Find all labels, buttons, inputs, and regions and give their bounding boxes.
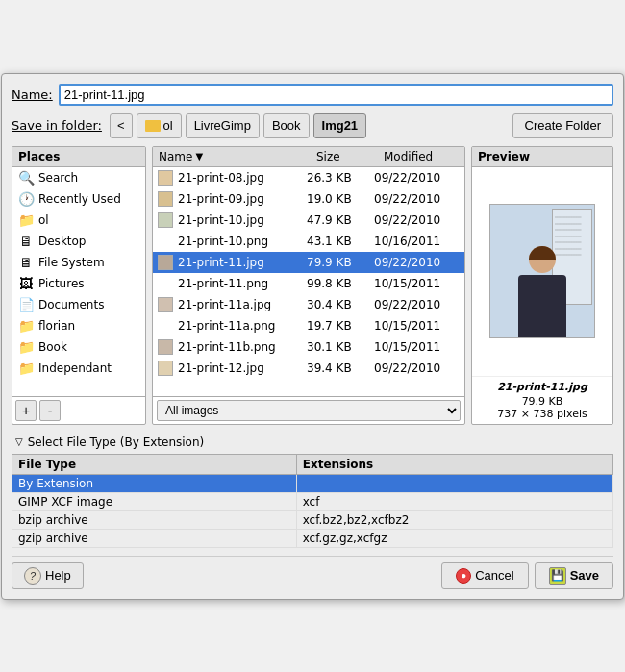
file-thumb <box>157 275 174 292</box>
file-thumb <box>157 317 174 335</box>
preview-header: Preview <box>472 147 612 167</box>
name-column-header[interactable]: Name ▼ <box>153 147 311 166</box>
save-icon: 💾 <box>549 567 566 585</box>
files-list: 21-print-08.jpg 26.3 KB 09/22/2010 21-pr… <box>153 167 464 396</box>
preview-panel: Preview ________________________________… <box>471 146 613 425</box>
file-thumb <box>157 212 174 229</box>
files-footer: All images JPEG PNG GIF <box>153 396 464 424</box>
file-thumb <box>157 360 174 377</box>
extensions-col-header: Extensions <box>296 454 612 474</box>
places-list: 🔍 Search 🕐 Recently Used 📁 ol 🖥 Desktop … <box>12 167 145 396</box>
recently-used-icon: 🕐 <box>18 191 34 207</box>
breadcrumb-ol[interactable]: ol <box>137 113 182 138</box>
place-item-independant[interactable]: 📁 Independant <box>12 358 145 379</box>
folder-icon: 📁 <box>18 212 34 228</box>
create-folder-button[interactable]: Create Folder <box>512 113 613 138</box>
place-item-florian[interactable]: 📁 florian <box>12 315 145 336</box>
place-item-desktop[interactable]: 🖥 Desktop <box>12 231 145 252</box>
breadcrumb-book[interactable]: Book <box>263 113 310 138</box>
remove-place-button[interactable]: - <box>39 400 61 421</box>
file-thumb <box>157 233 174 250</box>
files-panel: Name ▼ Size Modified 21-print-08.jpg 26.… <box>152 146 465 425</box>
file-thumb <box>157 296 174 313</box>
folder-row: Save in folder: < ol LivreGimp Book Img2… <box>12 113 613 138</box>
places-actions: + - <box>12 396 145 424</box>
preview-filename: 21-print-11.jpg <box>478 381 607 393</box>
place-item-pictures[interactable]: 🖼 Pictures <box>12 273 145 294</box>
place-item-filesystem[interactable]: 🖥 File System <box>12 252 145 273</box>
preview-filesize: 79.9 KB <box>478 395 607 408</box>
back-button[interactable]: < <box>110 113 133 138</box>
help-button[interactable]: ? Help <box>12 562 84 589</box>
file-thumb <box>157 190 174 208</box>
add-place-button[interactable]: + <box>15 400 37 421</box>
filetype-col-header: File Type <box>12 454 297 474</box>
place-item-book[interactable]: 📁 Book <box>12 336 145 358</box>
florian-icon: 📁 <box>18 318 34 334</box>
place-item-recently-used[interactable]: 🕐 Recently Used <box>12 188 145 210</box>
toggle-arrow-icon: ▽ <box>15 436 23 447</box>
independant-icon: 📁 <box>18 361 34 376</box>
folder-label: Save in folder: <box>12 118 102 133</box>
places-panel: Places 🔍 Search 🕐 Recently Used 📁 ol 🖥 D… <box>12 146 146 425</box>
size-column-header[interactable]: Size <box>311 147 378 166</box>
preview-person <box>518 246 566 337</box>
place-item-ol[interactable]: 📁 ol <box>12 210 145 231</box>
table-row[interactable]: 21-print-12.jpg 39.4 KB 09/22/2010 <box>153 358 464 379</box>
table-row[interactable]: 21-print-11.png 99.8 KB 10/15/2011 <box>153 273 464 294</box>
table-row[interactable]: bzip archive xcf.bz2,bz2,xcfbz2 <box>12 510 613 529</box>
book-icon: 📁 <box>18 339 34 355</box>
table-row[interactable]: 21-print-08.jpg 26.3 KB 09/22/2010 <box>153 167 464 188</box>
cancel-button[interactable]: ● Cancel <box>441 562 528 589</box>
file-thumb <box>157 338 174 356</box>
breadcrumb-img21[interactable]: Img21 <box>313 113 367 138</box>
place-item-documents[interactable]: 📄 Documents <box>12 294 145 315</box>
modified-column-header[interactable]: Modified <box>378 147 464 166</box>
table-row[interactable]: gzip archive xcf.gz,gz,xcfgz <box>12 529 613 547</box>
action-buttons: ● Cancel 💾 Save <box>441 562 613 589</box>
bottom-buttons: ? Help ● Cancel 💾 Save <box>12 556 613 589</box>
table-row[interactable]: 21-print-11.jpg 79.9 KB 09/22/2010 <box>153 252 464 273</box>
breadcrumb-livregimp[interactable]: LivreGimp <box>186 113 260 138</box>
filetype-section: ▽ Select File Type (By Extension) File T… <box>12 433 613 548</box>
preview-image: ________________________________________… <box>489 204 595 338</box>
pictures-icon: 🖼 <box>18 276 34 291</box>
name-label: Name: <box>12 87 53 102</box>
place-item-search[interactable]: 🔍 Search <box>12 167 145 188</box>
documents-icon: 📄 <box>18 297 34 312</box>
table-row[interactable]: 21-print-11a.png 19.7 KB 10/15/2011 <box>153 315 464 336</box>
preview-body <box>518 275 566 337</box>
preview-hair <box>529 246 556 260</box>
table-row[interactable]: 21-print-11a.jpg 30.4 KB 09/22/2010 <box>153 294 464 315</box>
save-dialog: Name: Save in folder: < ol LivreGimp Boo… <box>1 73 624 600</box>
table-row[interactable]: 21-print-11b.png 30.1 KB 10/15/2011 <box>153 336 464 358</box>
file-filter-select[interactable]: All images JPEG PNG GIF <box>157 400 461 421</box>
table-row[interactable]: 21-print-09.jpg 19.0 KB 09/22/2010 <box>153 188 464 210</box>
preview-image-area: ________________________________________… <box>472 167 612 376</box>
folder-icon <box>145 120 161 132</box>
help-icon: ? <box>24 567 41 585</box>
preview-info: 21-print-11.jpg 79.9 KB 737 × 738 pixels <box>472 376 612 424</box>
table-row[interactable]: 21-print-10.jpg 47.9 KB 09/22/2010 <box>153 210 464 231</box>
main-area: Places 🔍 Search 🕐 Recently Used 📁 ol 🖥 D… <box>12 146 613 425</box>
filetype-toggle[interactable]: ▽ Select File Type (By Extension) <box>12 433 613 452</box>
search-icon: 🔍 <box>18 170 34 186</box>
files-header: Name ▼ Size Modified <box>153 147 464 167</box>
cancel-icon: ● <box>456 568 471 584</box>
preview-dimensions: 737 × 738 pixels <box>478 408 607 420</box>
places-header: Places <box>12 147 145 167</box>
filetype-table: File Type Extensions By Extension GIMP X… <box>12 454 613 548</box>
table-row[interactable]: By Extension <box>12 474 613 492</box>
save-button[interactable]: 💾 Save <box>535 562 613 589</box>
table-row[interactable]: 21-print-10.png 43.1 KB 10/16/2011 <box>153 231 464 252</box>
name-row: Name: <box>12 84 613 106</box>
table-row[interactable]: GIMP XCF image xcf <box>12 492 613 510</box>
desktop-icon: 🖥 <box>18 234 34 249</box>
filesystem-icon: 🖥 <box>18 255 34 270</box>
name-input[interactable] <box>59 84 613 106</box>
file-thumb <box>157 169 174 187</box>
file-thumb <box>157 254 174 271</box>
